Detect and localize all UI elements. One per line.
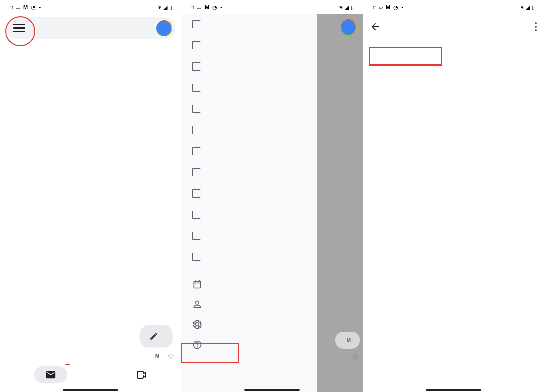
compose-button[interactable]: M: [335, 332, 360, 349]
profile-avatar[interactable]: [156, 20, 172, 36]
drawer-calendar[interactable]: [181, 274, 317, 294]
battery-icon: ▯: [532, 4, 535, 11]
signal-icon: ◢: [526, 4, 530, 11]
screen-drawer: ⌗ ▱ M ◔ • ▾ ◢ ▯: [181, 0, 363, 392]
label-icon[interactable]: [192, 41, 202, 49]
gmail-m-icon: M: [23, 4, 28, 10]
label-icon[interactable]: [192, 253, 202, 261]
back-button[interactable]: [370, 21, 381, 32]
peek-mail: ☆: [349, 352, 359, 362]
drawer-help[interactable]: [181, 335, 317, 355]
compose-button[interactable]: [140, 325, 172, 347]
bottom-nav: [0, 363, 181, 387]
app-icon-loc: ◔: [393, 4, 398, 11]
video-icon: [135, 369, 148, 381]
app-icon-1: ▱: [379, 4, 383, 11]
label-icon[interactable]: [192, 232, 202, 240]
general-settings-item[interactable]: [363, 39, 544, 47]
pencil-icon: [149, 332, 158, 341]
peek-mail: M ☆: [155, 351, 174, 361]
label-icon[interactable]: [192, 20, 202, 28]
calendar-icon: [192, 279, 202, 289]
gear-icon: [192, 319, 202, 330]
app-icon-loc: ◔: [212, 4, 217, 11]
nav-mail[interactable]: [34, 366, 67, 383]
dot-icon: •: [39, 4, 41, 10]
gmail-m-icon: M: [205, 4, 209, 10]
hamburger-icon[interactable]: [13, 24, 25, 33]
mail-badge: [65, 364, 70, 365]
home-indicator[interactable]: [426, 389, 481, 391]
profile-avatar[interactable]: [341, 19, 357, 35]
app-icon-loc: ◔: [31, 4, 36, 11]
battery-icon: ▯: [351, 4, 354, 11]
label-icon[interactable]: [192, 84, 202, 92]
dimmed-inbox: M ☆: [317, 14, 363, 392]
status-bar: ⌗ ▱ M ◔ • ▾ ◢ ▯: [181, 0, 363, 14]
label-icon[interactable]: [192, 189, 202, 198]
nav-drawer[interactable]: [181, 14, 317, 392]
slack-icon: ⌗: [10, 4, 13, 11]
m-tag: M: [347, 338, 351, 343]
screen-settings: ⌗ ▱ M ◔ • ▾ ◢ ▯: [363, 0, 544, 392]
arrow-left-icon: [370, 21, 381, 32]
more-menu[interactable]: [535, 22, 537, 31]
settings-header: [363, 14, 544, 39]
label-icon[interactable]: [192, 211, 202, 219]
home-indicator[interactable]: [63, 389, 118, 391]
account-item-highlighted[interactable]: [369, 47, 442, 66]
wifi-icon: ▾: [339, 4, 343, 11]
search-bar[interactable]: [6, 17, 175, 39]
dot-icon: •: [220, 4, 222, 10]
status-bar: ⌗ ▱ M ◔ • ▾ ◢ ▯: [363, 0, 544, 14]
gmail-m-icon: M: [386, 4, 390, 10]
drawer-settings[interactable]: [181, 314, 317, 335]
m-tag: M: [155, 353, 159, 359]
label-icon[interactable]: [192, 105, 202, 113]
star-icon[interactable]: ☆: [167, 351, 174, 361]
status-bar: ⌗ ▱ M ◔ • ▾ ◢ ▯: [0, 0, 181, 14]
app-icon-1: ▱: [16, 4, 20, 11]
label-icon[interactable]: [192, 62, 202, 71]
screen-inbox: ⌗ ▱ M ◔ • ▾ ◢ ▯ M ☆: [0, 0, 181, 392]
app-icon-1: ▱: [197, 4, 201, 11]
signal-icon: ◢: [345, 4, 349, 11]
label-icon[interactable]: [192, 147, 202, 155]
star-icon[interactable]: ☆: [352, 352, 359, 362]
wifi-icon: ▾: [158, 4, 161, 11]
slack-icon: ⌗: [191, 4, 194, 11]
dot-icon: •: [401, 4, 403, 10]
label-icon[interactable]: [192, 126, 202, 134]
slack-icon: ⌗: [373, 4, 376, 11]
drawer-contacts[interactable]: [181, 294, 317, 314]
label-icon[interactable]: [192, 168, 202, 176]
home-indicator[interactable]: [244, 389, 300, 391]
nav-meet[interactable]: [135, 369, 148, 381]
signal-icon: ◢: [163, 4, 167, 11]
mail-icon: [45, 369, 56, 380]
battery-icon: ▯: [169, 4, 172, 11]
help-icon: [192, 340, 202, 350]
wifi-icon: ▾: [521, 4, 524, 11]
contacts-icon: [192, 299, 202, 309]
